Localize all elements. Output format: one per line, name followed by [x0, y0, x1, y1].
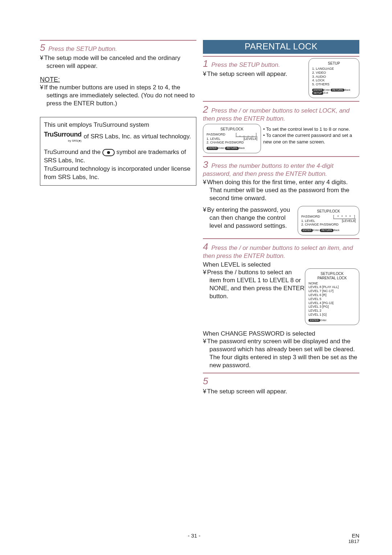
s2-header: Press the / or number buttons to select … [203, 107, 350, 122]
trusurround-logo: TruSurround by SRS(●) [44, 130, 82, 143]
s4-header: Press the / or number buttons to select … [203, 244, 353, 259]
page-footer: - 31 - EN 1B17 [0, 532, 392, 544]
setup-menu-box: SETUP 1. LANGUAGE 2. VIDEO 3. AUDIO 4. L… [309, 58, 359, 98]
parental-level-box: SETUP/LOCK PARENTAL LOCK NONE LEVEL 8 [P… [305, 268, 359, 325]
s1-header: Press the SETUP button. [211, 61, 280, 68]
when-level-heading: When LEVEL is selected [203, 261, 359, 268]
info-line2: of SRS Labs, Inc. as virtual technology. [84, 133, 191, 141]
parental-lock-title: PARENTAL LOCK [203, 40, 359, 54]
s5-number: 5 [203, 376, 208, 386]
trusurround-info-box: This unit employs TruSurround system Tru… [40, 117, 196, 185]
s4-change-body: The password entry screen will be displa… [203, 337, 359, 369]
info-line1: This unit employs TruSurround system [44, 121, 193, 129]
s4-number: 4 [203, 241, 208, 252]
step5-number: 5 [40, 42, 45, 53]
s2-number: 2 [203, 104, 208, 115]
note-heading: NOTE: [40, 76, 196, 84]
info2-c: TruSurround technology is incorporated u… [44, 165, 193, 182]
srs-symbol-icon [102, 149, 115, 156]
s3-number: 3 [203, 159, 208, 170]
s1-body: The setup screen will appear. [203, 70, 305, 78]
lock-menu-box-filled: SETUP/LOCK PASSWORD [ ＊＊＊＊ ] 1. LEVEL [L… [298, 206, 359, 235]
info2-a: TruSurround and the [44, 149, 102, 155]
s5-body: The setup screen will appear. [203, 388, 359, 396]
s3-header: Press the number buttons to enter the 4-… [203, 162, 334, 177]
footer-code: 1B17 [348, 539, 359, 544]
when-change-heading: When CHANGE PASSWORD is selected [203, 327, 359, 337]
s2-note2: • To cancel the current password and set… [263, 132, 359, 145]
footer-lang: EN [352, 532, 359, 539]
step5-header: Press the SETUP button. [48, 45, 117, 52]
note-body: If the number buttons are used in steps … [40, 84, 196, 108]
page-number: - 31 - [40, 532, 348, 544]
s2-note1: • To set the control level to 1 to 8 or … [263, 126, 359, 133]
lock-menu-box: SETUP/LOCK PASSWORD [ _ _ _ _ ] 1. LEVEL… [203, 124, 261, 153]
s1-number: 1 [203, 58, 208, 69]
s3-body1: When doing this for the first time, ente… [203, 178, 359, 202]
step5-body: The setup mode will be canceled and the … [40, 54, 196, 70]
